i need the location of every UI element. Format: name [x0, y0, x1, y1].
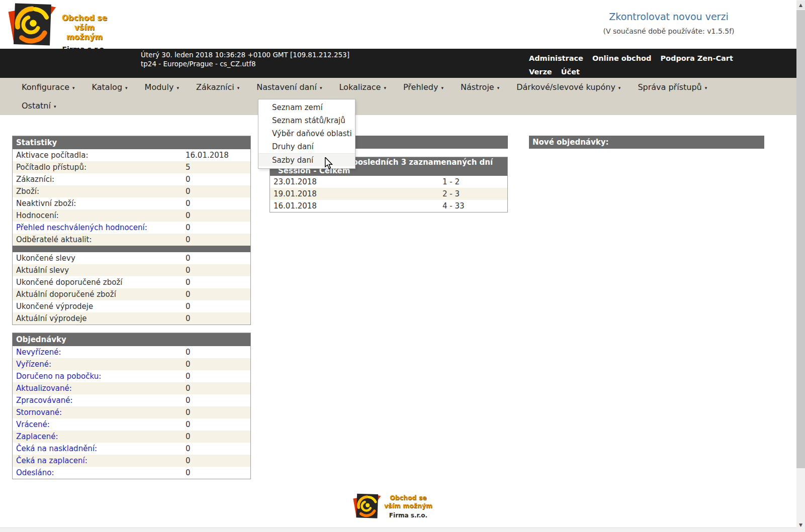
order-status-link[interactable]: Aktualizované:	[13, 384, 186, 393]
chevron-down-icon: ▾	[125, 84, 128, 90]
info-bar: Úterý 30. leden 2018 10:36:28 +0100 GMT …	[0, 49, 796, 78]
stat-value: 0	[186, 175, 191, 184]
table-row: Zpracovávané:0	[13, 394, 250, 406]
chevron-down-icon: ▾	[72, 84, 75, 90]
stat-value: 0	[186, 187, 191, 196]
order-status-link[interactable]: Odesláno:	[13, 468, 186, 477]
order-status-link[interactable]: Doručeno na pobočku:	[13, 372, 186, 381]
new-orders-title: Nové objednávky:	[529, 136, 764, 149]
check-new-version-link[interactable]: Zkontrolovat novou verzi	[578, 11, 759, 22]
order-status-link[interactable]: Čeká na naskladnění:	[13, 444, 186, 453]
menu-nastaveni-dani[interactable]: Nastavení daní▾	[248, 82, 330, 92]
menu-zakaznici[interactable]: Zákazníci▾	[188, 82, 248, 92]
menu-ostatni[interactable]: Ostatní▾	[13, 101, 64, 111]
link-ucet[interactable]: Účet	[561, 68, 580, 76]
stat-label: Aktuální slevy	[13, 266, 186, 275]
statistics-title: Statistiky	[13, 136, 250, 149]
current-version-note: (V současné době používáte: v1.5.5f)	[578, 27, 759, 35]
table-row: Aktuální doporučené zboží0	[13, 288, 250, 300]
vertical-scrollbar[interactable]: ▲ ▼	[796, 0, 805, 532]
visit-date: 16.01.2018	[270, 201, 442, 210]
order-status-link[interactable]: Vrácené:	[13, 420, 186, 429]
link-administrace[interactable]: Administrace	[529, 54, 583, 62]
menu-lokalizace[interactable]: Lokalizace▾	[330, 82, 394, 92]
table-row: Hodnocení:0	[13, 209, 250, 222]
order-status-link[interactable]: Stornované:	[13, 408, 186, 417]
table-section-divider	[13, 246, 250, 252]
scroll-up-icon[interactable]: ▲	[796, 1, 805, 9]
table-row: Zboží:0	[13, 185, 250, 197]
server-locale: tp24 - Europe/Prague - cs_CZ.utf8	[141, 60, 349, 69]
table-row: Počítadlo přístupů:5	[13, 161, 250, 173]
menu-katalog[interactable]: Katalog▾	[83, 82, 136, 92]
table-row: Aktuální výprodeje0	[13, 312, 250, 325]
table-row: Aktualizované:0	[13, 382, 250, 394]
link-podpora-zen-cart[interactable]: Podpora Zen-Cart	[660, 54, 733, 62]
stat-value: 0	[186, 254, 191, 263]
mouse-cursor	[324, 157, 333, 170]
scroll-down-icon[interactable]: ▼	[796, 520, 805, 529]
horizontal-scrollbar[interactable]	[0, 527, 796, 532]
store-logo[interactable]: Obchod se vším možným Firma s.r.o.	[8, 3, 112, 53]
order-status-link[interactable]: Zpracovávané:	[13, 396, 186, 405]
stat-label: Počítadlo přístupů:	[13, 163, 186, 172]
order-count: 0	[186, 408, 191, 417]
footer-company-name: Firma s.r.o.	[383, 512, 433, 519]
dropdown-item-seznam-statu-kraju[interactable]: Seznam států/krajů	[258, 114, 355, 127]
link-online-obchod[interactable]: Online obchod	[592, 54, 651, 62]
table-row: Doručeno na pobočku:0	[13, 370, 250, 382]
table-row: Přehled neschválených hodnocení:0	[13, 222, 250, 234]
order-count: 0	[186, 372, 191, 381]
dropdown-item-druhy-dani[interactable]: Druhy daní	[258, 140, 355, 153]
table-row: Nevyřízené:0	[13, 346, 250, 358]
stat-value: 0	[186, 278, 191, 287]
stat-label: Zákazníci:	[13, 175, 186, 184]
chevron-down-icon: ▾	[176, 84, 179, 90]
footer-logo: Obchod se vším možným Firma s.r.o.	[353, 491, 433, 522]
table-row: 23.01.20181 - 2	[270, 176, 507, 188]
footer-logo-line2: vším možným	[383, 502, 433, 510]
tax-settings-dropdown: Seznam zemí Seznam států/krajů Výběr daň…	[258, 99, 355, 169]
stat-label: Ukončené výprodeje	[13, 302, 186, 311]
swirl-logo-icon	[353, 491, 381, 522]
link-verze[interactable]: Verze	[529, 68, 552, 76]
main-menu-bar: Konfigurace▾ Katalog▾ Moduly▾ Zákazníci▾…	[0, 78, 796, 115]
chevron-down-icon: ▾	[54, 102, 56, 109]
stat-label: Neaktivní zboží:	[13, 199, 186, 208]
stat-label: Aktuální výprodeje	[13, 314, 186, 323]
menu-moduly[interactable]: Moduly▾	[136, 82, 188, 92]
menu-darkove-kupony[interactable]: Dárkové/slevové kupóny▾	[508, 82, 629, 92]
order-status-link[interactable]: Čeká na zaplacení:	[13, 456, 186, 465]
stat-label: Aktivace počítadla:	[13, 151, 186, 160]
stat-value: 0	[186, 223, 191, 232]
order-count: 0	[186, 432, 191, 441]
order-count: 0	[186, 396, 191, 405]
stat-value: 0	[186, 211, 191, 220]
unapproved-reviews-link[interactable]: Přehled neschválených hodnocení:	[13, 223, 186, 232]
order-status-link[interactable]: Nevyřízené:	[13, 348, 186, 357]
orders-title: Objednávky	[13, 333, 250, 346]
stat-label: Ukončené slevy	[13, 254, 186, 263]
order-status-link[interactable]: Vyřízené:	[13, 360, 186, 369]
dropdown-item-seznam-zemi[interactable]: Seznam zemí	[258, 101, 355, 114]
table-row: Odesláno:0	[13, 467, 250, 479]
menu-prehledy[interactable]: Přehledy▾	[395, 82, 452, 92]
logo-text-line2: vším možným	[57, 23, 112, 42]
stat-label: Zboží:	[13, 187, 186, 196]
chevron-down-icon: ▾	[237, 84, 240, 90]
server-datetime: Úterý 30. leden 2018 10:36:28 +0100 GMT …	[141, 51, 349, 60]
menu-konfigurace[interactable]: Konfigurace▾	[13, 82, 83, 92]
dropdown-item-sazby-dani[interactable]: Sazby daní	[258, 153, 355, 166]
dropdown-item-vyber-danove-oblasti[interactable]: Výběr daňové oblasti	[258, 127, 355, 140]
scrollbar-thumb[interactable]	[796, 10, 805, 468]
menu-nastroje[interactable]: Nástroje▾	[452, 82, 508, 92]
table-row: Zákazníci:0	[13, 173, 250, 185]
order-status-link[interactable]: Zaplacené:	[13, 432, 186, 441]
table-row: Čeká na zaplacení:0	[13, 455, 250, 467]
table-row: Čeká na naskladnění:0	[13, 443, 250, 455]
order-count: 0	[186, 444, 191, 453]
stat-label: Aktuální doporučené zboží	[13, 290, 186, 299]
menu-sprava-pristupu[interactable]: Správa přístupů▾	[629, 82, 715, 92]
order-count: 0	[186, 348, 191, 357]
visit-date: 19.01.2018	[270, 189, 442, 198]
